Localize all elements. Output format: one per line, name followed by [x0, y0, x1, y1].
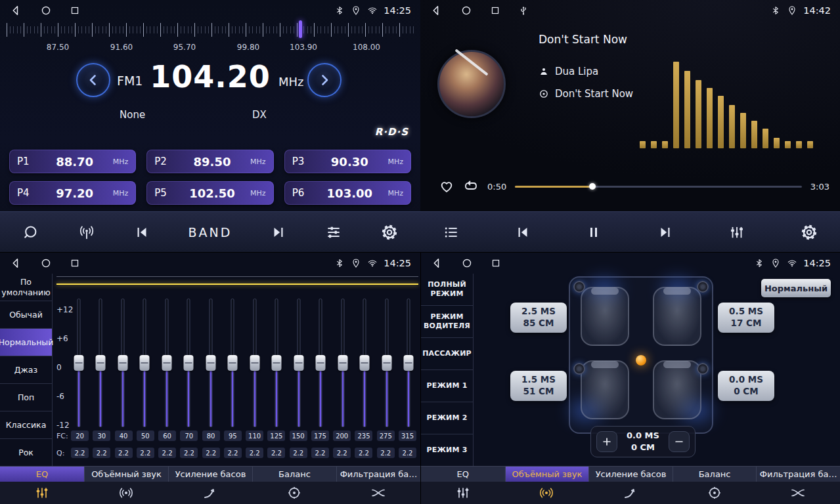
increase-button[interactable]	[596, 431, 617, 452]
frequency-scale[interactable]: 87.50 91.60 95.70 99.80 103.90 108.00	[0, 22, 420, 56]
slider-knob[interactable]	[162, 355, 171, 371]
preset-button-p3[interactable]: P3 90.30 MHz	[284, 150, 411, 173]
seek-down-button[interactable]	[76, 63, 110, 97]
stations-button[interactable]	[78, 224, 95, 241]
slider-knob[interactable]	[404, 355, 414, 371]
tab-bass-boost[interactable]: Усиление басов	[588, 466, 673, 504]
back-icon[interactable]	[430, 4, 443, 17]
favorite-button[interactable]	[439, 178, 454, 194]
next-station-button[interactable]	[271, 224, 286, 240]
eq-band-slider[interactable]	[272, 299, 282, 427]
slider-knob[interactable]	[184, 355, 194, 371]
preset-button-p1[interactable]: P1 88.70 MHz	[9, 150, 136, 173]
slider-knob[interactable]	[96, 355, 106, 371]
delay-rear-right[interactable]: 0.0 MS 0 CM	[718, 371, 774, 401]
recents-icon[interactable]	[70, 258, 80, 268]
tab-surround[interactable]: Объёмный звук	[84, 466, 168, 504]
tab-eq[interactable]: EQ	[0, 466, 84, 504]
eq-preset-normal[interactable]: Нормальный	[0, 329, 52, 356]
eq-band-slider[interactable]	[162, 299, 171, 427]
next-track-button[interactable]	[657, 224, 673, 240]
pause-button[interactable]	[586, 224, 602, 240]
preset-button-p6[interactable]: P6 103.00 MHz	[284, 181, 411, 205]
progress-knob[interactable]	[589, 183, 596, 190]
home-icon[interactable]	[460, 5, 472, 16]
home-icon[interactable]	[461, 257, 473, 269]
equalizer-button[interactable]	[325, 224, 342, 241]
eq-preset-rock[interactable]: Рок	[0, 439, 52, 466]
delay-rear-left[interactable]: 1.5 MS 51 CM	[510, 371, 567, 401]
decrease-button[interactable]	[669, 431, 690, 452]
slider-knob[interactable]	[140, 355, 150, 371]
slider-knob[interactable]	[228, 355, 238, 371]
mode-1[interactable]: РЕЖИМ 1	[421, 370, 473, 402]
slider-knob[interactable]	[360, 355, 370, 371]
eq-band-slider[interactable]	[404, 299, 414, 427]
recents-icon[interactable]	[490, 5, 500, 16]
slider-knob[interactable]	[294, 355, 303, 371]
eq-band-slider[interactable]	[316, 299, 326, 427]
eq-band-slider[interactable]	[338, 299, 347, 427]
previous-station-button[interactable]	[134, 224, 150, 240]
eq-band-slider[interactable]	[118, 299, 127, 427]
slider-knob[interactable]	[74, 355, 83, 371]
delay-front-left[interactable]: 2.5 MS 85 CM	[510, 303, 567, 333]
eq-band-slider[interactable]	[228, 299, 238, 427]
eq-band-slider[interactable]	[140, 299, 150, 427]
equalizer-button[interactable]	[728, 224, 745, 241]
eq-band-slider[interactable]	[382, 299, 391, 427]
eq-preset-default[interactable]: По умолчанию	[0, 274, 52, 301]
slider-knob[interactable]	[206, 355, 215, 371]
mode-3[interactable]: РЕЖИМ 3	[421, 434, 473, 466]
back-icon[interactable]	[430, 257, 443, 270]
scan-button[interactable]	[22, 224, 39, 241]
home-icon[interactable]	[40, 257, 52, 269]
back-icon[interactable]	[9, 4, 22, 17]
back-icon[interactable]	[9, 257, 22, 270]
preset-button-p2[interactable]: P2 89.50 MHz	[146, 150, 273, 173]
eq-preset-custom[interactable]: Обычай	[0, 301, 52, 329]
settings-button[interactable]	[381, 224, 398, 241]
listening-position-marker[interactable]	[636, 355, 646, 366]
mode-driver[interactable]: РЕЖИМ ВОДИТЕЛЯ	[421, 306, 473, 338]
eq-preset-jazz[interactable]: Джаз	[0, 356, 52, 384]
tab-balance[interactable]: Баланс	[252, 466, 336, 504]
mode-full[interactable]: ПОЛНЫЙ РЕЖИМ	[421, 274, 473, 306]
eq-band-slider[interactable]	[360, 299, 370, 427]
repeat-button[interactable]	[463, 178, 479, 194]
tab-bass-boost[interactable]: Усиление басов	[168, 466, 252, 504]
sound-preset-button[interactable]: Нормальный	[761, 279, 831, 297]
tab-balance[interactable]: Баланс	[673, 466, 757, 504]
eq-preset-classic[interactable]: Классика	[0, 411, 52, 439]
eq-preset-pop[interactable]: Поп	[0, 384, 52, 411]
slider-knob[interactable]	[338, 355, 347, 371]
seek-bar[interactable]	[515, 186, 802, 188]
band-button[interactable]: BAND	[188, 225, 232, 240]
home-icon[interactable]	[40, 5, 52, 16]
tab-filter[interactable]: Фильтрация ба…	[336, 466, 420, 504]
tab-eq[interactable]: EQ	[421, 466, 505, 504]
eq-band-slider[interactable]	[74, 299, 83, 427]
preset-button-p5[interactable]: P5 102.50 MHz	[146, 181, 273, 205]
slider-knob[interactable]	[382, 355, 391, 371]
eq-band-slider[interactable]	[294, 299, 303, 427]
eq-band-slider[interactable]	[250, 299, 259, 427]
slider-knob[interactable]	[118, 355, 127, 371]
recents-icon[interactable]	[491, 258, 501, 268]
tab-filter[interactable]: Фильтрация ба…	[756, 466, 840, 504]
eq-band-slider[interactable]	[96, 299, 106, 427]
mode-passenger[interactable]: ПАССАЖИР	[421, 338, 473, 370]
previous-track-button[interactable]	[515, 224, 531, 240]
slider-knob[interactable]	[250, 355, 259, 371]
seek-up-button[interactable]	[307, 63, 342, 97]
preset-button-p4[interactable]: P4 97.20 MHz	[9, 181, 136, 205]
slider-knob[interactable]	[316, 355, 326, 371]
tab-surround[interactable]: Объёмный звук	[505, 466, 589, 504]
mode-2[interactable]: РЕЖИМ 2	[421, 402, 473, 434]
slider-knob[interactable]	[272, 355, 282, 371]
eq-band-slider[interactable]	[184, 299, 194, 427]
settings-button[interactable]	[801, 224, 818, 241]
eq-band-slider[interactable]	[206, 299, 215, 427]
recents-icon[interactable]	[70, 5, 80, 16]
queue-button[interactable]	[443, 224, 460, 241]
